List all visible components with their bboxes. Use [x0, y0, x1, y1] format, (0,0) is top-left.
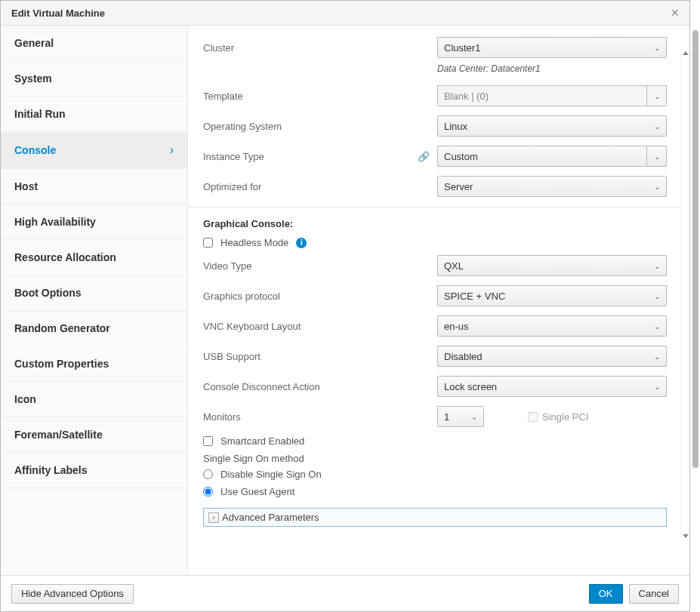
divider	[188, 207, 689, 208]
instance-type-label: Instance Type 🔗	[203, 151, 437, 162]
monitors-label: Monitors	[203, 411, 437, 423]
chevron-down-icon: ⌄	[654, 383, 660, 391]
sidebar-item-random-generator[interactable]: Random Generator	[1, 311, 187, 346]
disconnect-label: Console Disconnect Action	[203, 381, 437, 392]
optimized-label: Optimized for	[203, 181, 437, 192]
single-pci-label: Single PCI	[542, 411, 588, 423]
sidebar-item-custom-properties[interactable]: Custom Properties	[1, 346, 187, 382]
chevron-down-icon: ⌄	[654, 352, 660, 361]
sidebar-item-console[interactable]: Console ›	[1, 132, 187, 169]
optimized-select[interactable]: Server ⌄	[437, 176, 667, 197]
sidebar-item-initial-run[interactable]: Initial Run	[1, 97, 187, 132]
sso-guest-label: Use Guest Agent	[220, 486, 294, 497]
video-type-select[interactable]: QXL ⌄	[437, 255, 667, 276]
os-label: Operating System	[203, 121, 437, 132]
chevron-down-icon: ⌄	[654, 262, 660, 270]
graphics-protocol-select[interactable]: SPICE + VNC ⌄	[437, 285, 667, 306]
disconnect-select[interactable]: Lock screen ⌄	[437, 376, 667, 397]
sidebar-item-foreman-satellite[interactable]: Foreman/Satellite	[1, 417, 187, 453]
ok-button[interactable]: OK	[589, 584, 623, 604]
link-icon: 🔗	[418, 151, 430, 162]
sidebar: General System Initial Run Console › Hos…	[1, 26, 188, 575]
scroll-down-icon	[683, 534, 689, 538]
cluster-select[interactable]: Cluster1 ⌄	[437, 37, 667, 58]
hide-advanced-button[interactable]: Hide Advanced Options	[11, 584, 134, 604]
info-icon[interactable]: i	[296, 238, 307, 248]
graphics-protocol-label: Graphics protocol	[203, 291, 437, 302]
headless-checkbox[interactable]	[203, 238, 213, 248]
chevron-down-icon: ⌄	[654, 152, 660, 161]
vnc-layout-select[interactable]: en-us ⌄	[437, 315, 667, 337]
video-type-label: Video Type	[203, 260, 437, 272]
cancel-button[interactable]: Cancel	[629, 584, 679, 604]
chevron-down-icon: ⌄	[654, 122, 660, 131]
content-pane: Cluster Cluster1 ⌄ Data Center: Datacent…	[188, 26, 689, 575]
content-scrollbar[interactable]	[680, 51, 689, 539]
chevron-down-icon: ⌄	[654, 322, 660, 331]
graphical-console-title: Graphical Console:	[203, 218, 667, 229]
sidebar-item-host[interactable]: Host	[1, 169, 187, 205]
sso-guest-radio[interactable]	[203, 487, 213, 497]
modal-footer: Hide Advanced Options OK Cancel	[1, 575, 689, 611]
chevron-down-icon: ⌄	[654, 44, 660, 52]
sso-title: Single Sign On method	[203, 453, 667, 464]
chevron-down-icon: ⌄	[471, 413, 477, 421]
modal-header: Edit Virtual Machine ×	[1, 1, 689, 26]
vnc-layout-label: VNC Keyboard Layout	[203, 321, 437, 332]
advanced-parameters-expander[interactable]: › Advanced Parameters	[203, 508, 667, 527]
usb-label: USB Support	[203, 351, 437, 362]
monitors-select[interactable]: 1 ⌄	[437, 406, 484, 427]
sidebar-item-resource-allocation[interactable]: Resource Allocation	[1, 240, 187, 275]
sidebar-item-affinity-labels[interactable]: Affinity Labels	[1, 453, 187, 488]
os-select[interactable]: Linux ⌄	[437, 115, 667, 137]
modal-body: General System Initial Run Console › Hos…	[1, 26, 689, 575]
instance-type-select[interactable]: Custom ⌄	[437, 146, 667, 167]
smartcard-label: Smartcard Enabled	[220, 435, 304, 447]
usb-select[interactable]: Disabled ⌄	[437, 346, 667, 367]
edit-vm-modal: Edit Virtual Machine × General System In…	[0, 0, 690, 612]
sidebar-item-icon[interactable]: Icon	[1, 382, 187, 417]
sidebar-item-general[interactable]: General	[1, 26, 187, 61]
sso-disable-label: Disable Single Sign On	[220, 469, 322, 480]
chevron-right-icon: ›	[208, 512, 219, 523]
template-label: Template	[203, 91, 437, 102]
sidebar-item-system[interactable]: System	[1, 61, 187, 97]
chevron-right-icon: ›	[170, 143, 174, 157]
sso-disable-radio[interactable]	[203, 469, 213, 479]
cluster-label: Cluster	[203, 42, 437, 54]
template-select[interactable]: Blank | (0) ⌄	[437, 85, 667, 106]
sidebar-item-high-availability[interactable]: High Availability	[1, 205, 187, 240]
chevron-down-icon: ⌄	[654, 292, 660, 300]
modal-title: Edit Virtual Machine	[11, 8, 105, 19]
single-pci-checkbox	[528, 412, 538, 422]
chevron-down-icon: ⌄	[654, 183, 660, 191]
sidebar-item-boot-options[interactable]: Boot Options	[1, 275, 187, 311]
headless-label: Headless Mode	[220, 237, 288, 248]
scroll-up-icon	[683, 51, 689, 55]
chevron-down-icon: ⌄	[654, 92, 660, 100]
page-scrollbar-thumb[interactable]	[692, 30, 698, 468]
close-icon[interactable]: ×	[671, 6, 679, 20]
datacenter-subtext: Data Center: Datacenter1	[437, 63, 667, 74]
smartcard-checkbox[interactable]	[203, 436, 213, 446]
